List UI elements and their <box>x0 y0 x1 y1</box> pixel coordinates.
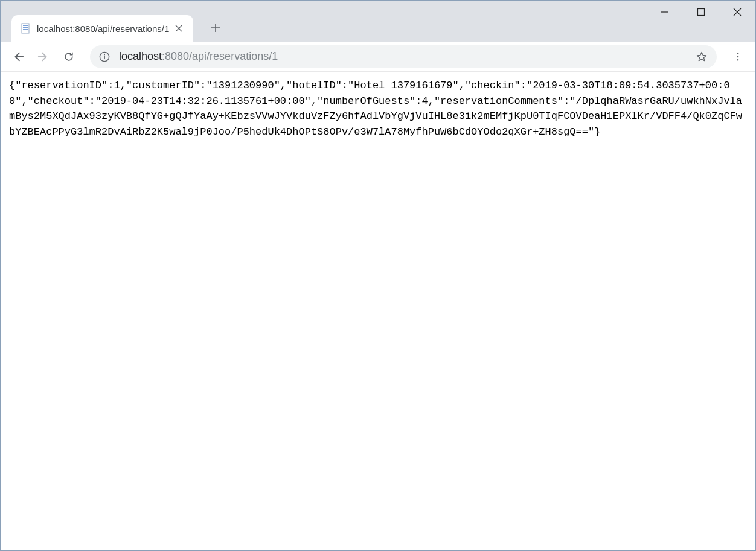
browser-toolbar: localhost:8080/api/reservations/1 <box>1 42 755 72</box>
svg-rect-3 <box>23 29 28 30</box>
svg-rect-1 <box>23 25 28 26</box>
new-tab-button[interactable] <box>205 18 226 38</box>
minimize-button[interactable] <box>647 1 683 24</box>
url-path: /api/reservations/1 <box>189 50 278 62</box>
svg-rect-8 <box>104 56 105 59</box>
page-body: {"reservationID":1,"customerID":"1391230… <box>1 72 755 145</box>
svg-point-7 <box>104 54 105 55</box>
browser-titlebar: localhost:8080/api/reservations/1 <box>1 1 755 42</box>
close-icon[interactable] <box>173 22 185 34</box>
reload-button[interactable] <box>57 45 80 68</box>
svg-point-11 <box>737 59 739 60</box>
address-bar[interactable]: localhost:8080/api/reservations/1 <box>90 45 717 68</box>
site-info-icon[interactable] <box>98 51 111 63</box>
maximize-button[interactable] <box>683 1 719 24</box>
svg-point-10 <box>737 56 739 57</box>
bookmark-icon[interactable] <box>695 50 708 63</box>
back-button[interactable] <box>7 45 30 68</box>
url-text: localhost:8080/api/reservations/1 <box>119 50 695 63</box>
svg-rect-0 <box>22 24 29 33</box>
svg-rect-5 <box>698 9 705 16</box>
svg-rect-2 <box>23 27 28 28</box>
svg-point-9 <box>737 53 739 54</box>
url-port: :8080 <box>162 50 189 62</box>
url-host: localhost <box>119 50 162 62</box>
svg-rect-4 <box>23 31 26 31</box>
forward-button[interactable] <box>32 45 55 68</box>
tab-title: localhost:8080/api/reservations/1 <box>37 24 169 34</box>
menu-button[interactable] <box>726 45 749 68</box>
window-close-button[interactable] <box>719 1 755 24</box>
file-icon <box>20 23 31 34</box>
browser-tab[interactable]: localhost:8080/api/reservations/1 <box>11 15 193 42</box>
window-controls <box>647 1 755 24</box>
